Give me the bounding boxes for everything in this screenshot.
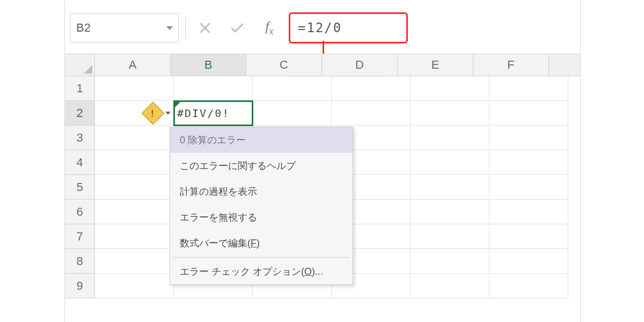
row-header-2[interactable]: 2 bbox=[65, 101, 95, 126]
cell-A5[interactable] bbox=[95, 175, 174, 200]
cell-C1[interactable] bbox=[253, 76, 332, 101]
cell-E4[interactable] bbox=[411, 150, 489, 175]
cancel-button[interactable] bbox=[192, 15, 218, 41]
cell-A9[interactable] bbox=[95, 274, 174, 298]
cell-A7[interactable] bbox=[95, 224, 174, 249]
name-box[interactable]: B2 bbox=[70, 13, 179, 42]
cell-D1[interactable] bbox=[332, 76, 411, 101]
name-box-dropdown-icon bbox=[166, 26, 173, 30]
cell-E5[interactable] bbox=[411, 175, 489, 200]
cell-E3[interactable] bbox=[411, 126, 489, 150]
formula-bar: B2 fx =12/0 bbox=[70, 11, 575, 45]
name-box-value: B2 bbox=[76, 21, 91, 35]
cell-A1[interactable] bbox=[95, 76, 174, 101]
menu-ignore-error[interactable]: エラーを無視する bbox=[170, 204, 353, 230]
excel-window: B2 fx =12/0 1 0 で数字を割っている A bbox=[64, 0, 581, 322]
cell-B2-value: #DIV/0! bbox=[177, 107, 230, 120]
cell-F9[interactable] bbox=[489, 274, 568, 298]
cell-D2[interactable] bbox=[332, 101, 411, 126]
row-2: 2 ! #DIV/0! bbox=[65, 101, 580, 126]
cell-F4[interactable] bbox=[489, 150, 568, 175]
row-header-6[interactable]: 6 bbox=[65, 200, 95, 224]
row-header-7[interactable]: 7 bbox=[65, 224, 95, 249]
cell-F2[interactable] bbox=[489, 101, 568, 126]
column-header-B[interactable]: B bbox=[171, 54, 246, 76]
cell-E6[interactable] bbox=[411, 200, 489, 224]
formula-input[interactable]: =12/0 bbox=[289, 12, 408, 43]
formula-text: =12/0 bbox=[298, 20, 342, 35]
cell-A4[interactable] bbox=[95, 150, 174, 175]
insert-function-button[interactable]: fx bbox=[257, 15, 282, 41]
cell-F8[interactable] bbox=[489, 249, 568, 274]
cell-E2[interactable] bbox=[411, 101, 489, 126]
menu-edit-in-formula-bar[interactable]: 数式バーで編集(F) bbox=[170, 230, 353, 256]
menu-error-check-options[interactable]: エラー チェック オプション(O)... bbox=[170, 259, 353, 284]
row-1: 1 bbox=[65, 76, 580, 101]
select-all-corner[interactable] bbox=[65, 54, 95, 76]
column-header-F[interactable]: F bbox=[473, 54, 549, 76]
error-context-menu: 0 除算のエラー このエラーに関するヘルプ 計算の過程を表示 エラーを無視する … bbox=[170, 127, 353, 285]
cell-A8[interactable] bbox=[95, 249, 174, 274]
column-header-C[interactable]: C bbox=[246, 54, 322, 76]
cell-A6[interactable] bbox=[95, 200, 174, 224]
menu-help[interactable]: このエラーに関するヘルプ bbox=[170, 153, 353, 179]
cell-B1[interactable] bbox=[174, 76, 253, 101]
row-header-4[interactable]: 4 bbox=[65, 150, 95, 175]
row-header-5[interactable]: 5 bbox=[65, 175, 95, 200]
row-header-3[interactable]: 3 bbox=[65, 126, 95, 150]
row-header-1[interactable]: 1 bbox=[65, 76, 95, 101]
cell-E1[interactable] bbox=[411, 76, 489, 101]
cell-C2[interactable] bbox=[253, 101, 332, 126]
warning-icon: ! bbox=[142, 101, 164, 124]
error-dropdown-icon bbox=[165, 112, 171, 115]
menu-header: 0 除算のエラー bbox=[170, 127, 353, 153]
cell-E8[interactable] bbox=[411, 249, 489, 274]
cell-B2[interactable]: ! #DIV/0! bbox=[174, 101, 253, 126]
cell-E9[interactable] bbox=[411, 274, 489, 298]
cell-F7[interactable] bbox=[489, 224, 568, 249]
menu-separator bbox=[172, 257, 350, 258]
row-header-8[interactable]: 8 bbox=[65, 249, 95, 274]
column-header-A[interactable]: A bbox=[95, 54, 171, 76]
column-headers: A B C D E F bbox=[65, 54, 580, 76]
error-indicator[interactable]: ! bbox=[145, 105, 171, 121]
cell-F3[interactable] bbox=[489, 126, 568, 150]
cell-F5[interactable] bbox=[489, 175, 568, 200]
cell-F1[interactable] bbox=[489, 76, 568, 101]
accept-button[interactable] bbox=[224, 15, 250, 41]
column-header-D[interactable]: D bbox=[322, 54, 398, 76]
separator bbox=[185, 17, 186, 39]
row-header-9[interactable]: 9 bbox=[65, 274, 95, 298]
fx-icon: fx bbox=[265, 19, 273, 37]
menu-show-calculation[interactable]: 計算の過程を表示 bbox=[170, 179, 353, 204]
cell-A3[interactable] bbox=[95, 126, 174, 150]
column-header-E[interactable]: E bbox=[398, 54, 473, 76]
cell-E7[interactable] bbox=[411, 224, 489, 249]
cell-F6[interactable] bbox=[489, 200, 568, 224]
